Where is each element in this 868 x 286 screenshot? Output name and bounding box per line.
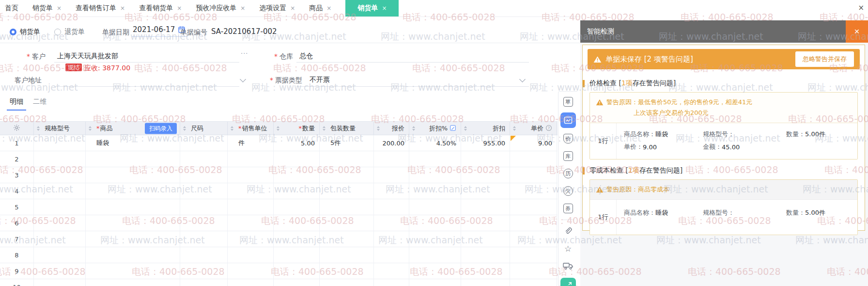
billtype-value[interactable]: 不开票 [310, 76, 330, 84]
cell[interactable] [34, 167, 86, 183]
cell[interactable] [34, 247, 86, 263]
cell[interactable] [274, 231, 320, 247]
cell[interactable] [461, 247, 510, 263]
cell[interactable] [34, 215, 86, 231]
sort-icon[interactable] [377, 126, 380, 131]
cell[interactable] [320, 263, 374, 279]
cell[interactable] [320, 199, 374, 215]
cell[interactable] [274, 183, 320, 199]
cell[interactable] [274, 263, 320, 279]
tab-detail[interactable]: 明细 [7, 97, 26, 111]
settings-gear-icon[interactable] [13, 124, 20, 133]
tab-active-销货单[interactable]: 销货单× [345, 0, 399, 16]
cell[interactable]: 4.50% [409, 135, 461, 151]
sort-icon[interactable] [231, 126, 233, 131]
cell[interactable] [274, 199, 320, 215]
draft-icon[interactable]: 草 [561, 95, 575, 109]
cell[interactable] [409, 263, 461, 279]
cell[interactable] [510, 167, 557, 183]
tab-close-icon[interactable]: × [326, 5, 331, 12]
cell[interactable] [409, 167, 461, 183]
cell[interactable] [374, 199, 409, 215]
customer-value[interactable]: 上海天天玩具批发部 [57, 52, 118, 61]
cell[interactable] [274, 279, 320, 286]
cell[interactable] [228, 231, 274, 247]
cell[interactable] [374, 231, 409, 247]
cell[interactable] [34, 263, 86, 279]
arrears-icon[interactable]: 欠 [561, 184, 575, 198]
radio-sales-order[interactable]: 销货单 [10, 28, 40, 36]
cell[interactable] [409, 231, 461, 247]
column-header-5[interactable]: *数量 [274, 122, 320, 135]
cell[interactable] [461, 231, 510, 247]
sort-icon[interactable] [323, 126, 326, 131]
cell[interactable] [374, 279, 409, 286]
cell[interactable] [228, 215, 274, 231]
table-row[interactable]: 4 [0, 183, 558, 199]
cell[interactable] [86, 199, 180, 215]
cell[interactable] [180, 183, 228, 199]
history-icon[interactable]: 历 [561, 167, 575, 180]
cell[interactable] [86, 263, 180, 279]
cell[interactable] [510, 231, 557, 247]
cell[interactable] [374, 247, 409, 263]
cell[interactable] [409, 183, 461, 199]
cell[interactable]: 5件 [320, 135, 374, 151]
table-row[interactable]: 6 [0, 215, 558, 231]
tab-3[interactable]: 查看销货单× [139, 0, 182, 16]
column-header-7[interactable]: 报价 [374, 122, 409, 135]
tab-close-icon[interactable]: × [290, 5, 295, 12]
cell[interactable] [228, 167, 274, 183]
cell[interactable] [180, 199, 228, 215]
delivery-icon[interactable] [561, 259, 575, 273]
ignore-and-save-button[interactable]: 忽略警告并保存 [795, 51, 854, 67]
tab-close-icon[interactable]: × [120, 5, 125, 12]
cell[interactable] [461, 183, 510, 199]
smart-detect-icon[interactable] [560, 112, 576, 128]
cell[interactable] [461, 199, 510, 215]
help-circle-icon[interactable]: ? [545, 125, 552, 131]
sort-icon[interactable] [89, 126, 92, 131]
cell[interactable] [228, 263, 274, 279]
cell[interactable] [510, 263, 557, 279]
radio-return-order[interactable]: 退货单 [54, 28, 85, 36]
cell[interactable] [274, 167, 320, 183]
cell[interactable] [180, 215, 228, 231]
warehouse-value[interactable]: 总仓 [299, 52, 313, 61]
cell[interactable] [461, 263, 510, 279]
cell[interactable] [320, 279, 374, 286]
expand-icon[interactable] [560, 278, 576, 286]
cell[interactable] [228, 183, 274, 199]
column-header-4[interactable]: *销售单位 [228, 122, 274, 135]
tab-close-icon[interactable]: × [177, 5, 182, 12]
cell[interactable] [34, 151, 86, 167]
column-header-9[interactable]: 折扣 [461, 122, 510, 135]
cell[interactable] [409, 151, 461, 167]
cell[interactable] [180, 135, 228, 151]
address-chevron-down-icon[interactable] [240, 76, 246, 82]
cell[interactable] [409, 247, 461, 263]
cell[interactable] [320, 183, 374, 199]
cell[interactable] [274, 215, 320, 231]
table-row[interactable]: 7 [0, 231, 558, 247]
cell[interactable] [320, 167, 374, 183]
cell[interactable] [320, 215, 374, 231]
tab-1[interactable]: 销货单× [32, 0, 62, 16]
cell[interactable]: 9.00 [510, 135, 557, 151]
cell[interactable] [274, 151, 320, 167]
cell[interactable] [34, 183, 86, 199]
cell[interactable] [409, 199, 461, 215]
column-header-1[interactable]: 规格型号 [34, 122, 86, 135]
cell[interactable]: 件 [228, 135, 274, 151]
customer-more-icon[interactable]: ··· [241, 50, 248, 57]
column-header-10[interactable]: 单价? [510, 122, 557, 135]
column-header-3[interactable]: 尺码 [180, 122, 228, 135]
table-row[interactable]: 5 [0, 199, 558, 215]
cell[interactable] [34, 231, 86, 247]
tab-2d[interactable]: 二维 [30, 97, 49, 110]
cell[interactable] [228, 279, 274, 286]
cell[interactable] [86, 231, 180, 247]
billtype-chevron-down-icon[interactable] [519, 76, 526, 82]
panel-close-button[interactable]: × [846, 20, 868, 43]
sort-icon[interactable] [37, 126, 40, 131]
